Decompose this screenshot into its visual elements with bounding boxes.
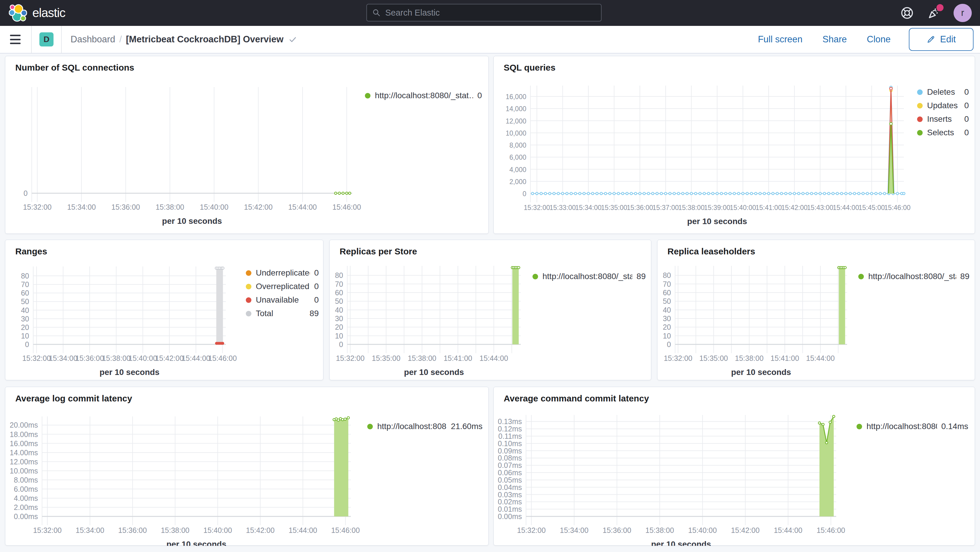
legend-value: 21.60ms xyxy=(447,422,482,431)
svg-text:30: 30 xyxy=(663,314,671,323)
legend-value: 0 xyxy=(310,268,319,278)
svg-text:15:40:00: 15:40:00 xyxy=(129,354,157,362)
help-button[interactable] xyxy=(899,5,915,21)
svg-text:0: 0 xyxy=(522,190,526,197)
chart-sql-connections[interactable]: 015:32:0015:34:0015:36:0015:38:0015:40:0… xyxy=(5,56,489,234)
svg-text:70: 70 xyxy=(21,280,29,288)
legend-value: 0 xyxy=(960,87,969,97)
svg-text:2.00ms: 2.00ms xyxy=(14,503,38,511)
svg-text:6,000: 6,000 xyxy=(509,154,526,161)
svg-text:15:32:00: 15:32:00 xyxy=(663,354,692,362)
full-screen-button[interactable]: Full screen xyxy=(756,34,805,45)
logo-wordmark: elastic xyxy=(32,6,65,20)
elastic-logo-icon xyxy=(9,4,27,22)
svg-text:15:34:00: 15:34:00 xyxy=(67,203,95,211)
svg-text:15:45:00: 15:45:00 xyxy=(859,204,885,212)
legend-item[interactable]: Total89 xyxy=(246,309,319,318)
svg-text:0.10ms: 0.10ms xyxy=(498,439,522,448)
legend-item[interactable]: Deletes0 xyxy=(917,87,969,97)
title-check-icon[interactable] xyxy=(288,35,297,44)
legend-item[interactable]: http://localhost:8080/_stat…0 xyxy=(365,91,482,100)
legend-label: http://localhost:8080/_sta… xyxy=(868,272,956,281)
svg-text:15:38:00: 15:38:00 xyxy=(156,203,184,211)
svg-text:50: 50 xyxy=(663,297,671,305)
legend-value: 0.14ms xyxy=(937,422,968,431)
chart-legend: Underreplicated0Overreplicated0Unavailab… xyxy=(246,268,319,322)
panel-sql-connections: Number of SQL connections 015:32:0015:34… xyxy=(5,56,489,234)
legend-item[interactable]: Selects0 xyxy=(917,128,969,137)
svg-text:60: 60 xyxy=(335,288,343,297)
svg-text:10: 10 xyxy=(663,332,671,340)
svg-text:15:38:00: 15:38:00 xyxy=(678,204,705,212)
nav-divider xyxy=(31,26,32,53)
svg-text:15:32:00: 15:32:00 xyxy=(336,354,364,362)
svg-text:15:40:00: 15:40:00 xyxy=(200,203,229,211)
svg-text:10.00ms: 10.00ms xyxy=(10,467,38,475)
breadcrumb-dashboard[interactable]: Dashboard xyxy=(70,34,115,45)
svg-text:15:34:00: 15:34:00 xyxy=(49,354,77,362)
svg-text:15:35:00: 15:35:00 xyxy=(699,354,728,362)
user-avatar[interactable]: r xyxy=(953,4,972,22)
legend-label: Selects xyxy=(927,128,954,137)
svg-text:80: 80 xyxy=(335,271,343,279)
svg-text:70: 70 xyxy=(663,280,671,288)
legend-value: 89 xyxy=(956,272,969,281)
global-search[interactable] xyxy=(366,4,601,21)
svg-text:20.00ms: 20.00ms xyxy=(10,421,38,429)
panel-avg-command-commit-latency: Average command commit latency 0.00ms0.0… xyxy=(493,387,975,546)
svg-text:15:36:00: 15:36:00 xyxy=(111,203,140,211)
elastic-logo[interactable]: elastic xyxy=(9,4,65,22)
svg-text:15:32:00: 15:32:00 xyxy=(517,526,546,535)
chart-sql-queries[interactable]: 02,0004,0006,0008,00010,00012,00014,0001… xyxy=(494,56,975,234)
svg-text:0.05ms: 0.05ms xyxy=(498,476,522,484)
legend-item[interactable]: Unavailable0 xyxy=(246,295,319,305)
svg-text:15:36:00: 15:36:00 xyxy=(118,526,147,535)
svg-text:15:32:00: 15:32:00 xyxy=(23,203,51,211)
legend-item[interactable]: http://localhost:8080/_sta…89 xyxy=(533,272,646,281)
chart-avg-log-commit-latency[interactable]: 0.00ms2.00ms4.00ms6.00ms8.00ms10.00ms12.… xyxy=(5,387,489,546)
legend-item[interactable]: http://localhost:8080…0.14ms xyxy=(856,422,968,431)
legend-color-dot xyxy=(917,89,923,95)
svg-text:per 10 seconds: per 10 seconds xyxy=(687,217,747,226)
svg-text:4.00ms: 4.00ms xyxy=(14,494,38,502)
svg-text:15:42:00: 15:42:00 xyxy=(731,526,759,535)
legend-item[interactable]: http://localhost:808…21.60ms xyxy=(367,422,482,431)
legend-value: 0 xyxy=(310,282,319,291)
legend-item[interactable]: Updates0 xyxy=(917,101,969,110)
search-icon xyxy=(372,8,380,17)
svg-text:15:44:00: 15:44:00 xyxy=(288,526,317,535)
legend-label: http://localhost:8080/_sta… xyxy=(542,272,632,281)
svg-text:15:40:00: 15:40:00 xyxy=(204,526,232,535)
svg-text:15:41:00: 15:41:00 xyxy=(756,204,782,212)
chart-replicas-per-store[interactable]: 0102030405060708015:32:0015:35:0015:38:0… xyxy=(329,240,652,380)
legend-item[interactable]: Inserts0 xyxy=(917,115,969,124)
clone-button[interactable]: Clone xyxy=(865,34,892,45)
svg-text:0.06ms: 0.06ms xyxy=(498,468,522,477)
chart-avg-command-commit-latency[interactable]: 0.00ms0.01ms0.02ms0.03ms0.04ms0.05ms0.06… xyxy=(494,387,975,546)
menu-button[interactable] xyxy=(10,33,23,45)
chart-replica-leaseholders[interactable]: 0102030405060708015:32:0015:35:0015:38:0… xyxy=(657,240,975,380)
svg-text:8,000: 8,000 xyxy=(509,142,526,149)
share-button[interactable]: Share xyxy=(821,34,849,45)
svg-text:12,000: 12,000 xyxy=(506,117,526,125)
svg-text:15:38:00: 15:38:00 xyxy=(408,354,436,362)
svg-text:0: 0 xyxy=(339,340,343,348)
svg-text:0.08ms: 0.08ms xyxy=(498,454,522,462)
svg-text:15:32:00: 15:32:00 xyxy=(523,204,550,212)
legend-item[interactable]: Underreplicated0 xyxy=(246,268,319,278)
svg-text:15:44:00: 15:44:00 xyxy=(480,354,508,362)
legend-item[interactable]: http://localhost:8080/_sta…89 xyxy=(858,272,969,281)
svg-text:15:34:00: 15:34:00 xyxy=(575,204,601,212)
dashboard-app-badge: D xyxy=(40,32,54,46)
svg-text:20: 20 xyxy=(335,323,343,331)
search-input[interactable] xyxy=(385,8,596,18)
newsfeed-button[interactable] xyxy=(926,5,942,21)
chart-legend: http://localhost:8080/_sta…89 xyxy=(858,272,969,285)
edit-button[interactable]: Edit xyxy=(909,28,974,51)
legend-item[interactable]: Overreplicated0 xyxy=(246,282,319,291)
svg-text:15:44:00: 15:44:00 xyxy=(806,354,835,362)
svg-text:15:37:00: 15:37:00 xyxy=(652,204,679,212)
svg-text:15:38:00: 15:38:00 xyxy=(645,526,674,535)
svg-text:15:34:00: 15:34:00 xyxy=(560,526,589,535)
svg-text:per 10 seconds: per 10 seconds xyxy=(162,216,222,226)
